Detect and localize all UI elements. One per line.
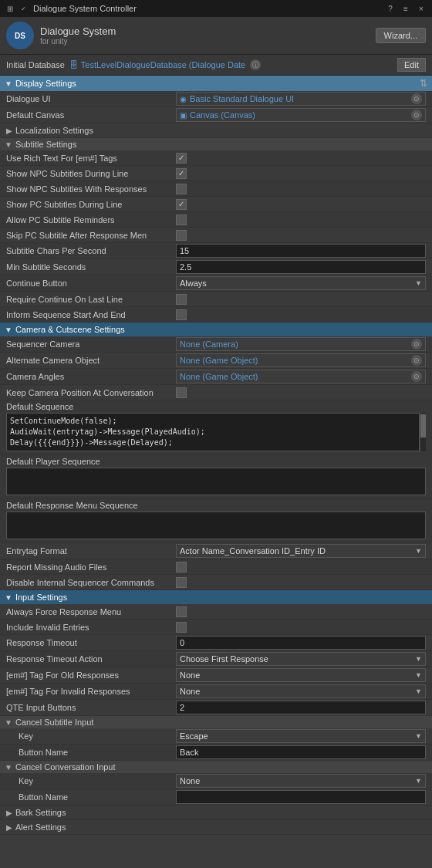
- bark-settings-arrow: ▶: [6, 809, 12, 817]
- input-settings-arrow: ▼: [5, 593, 12, 602]
- default-sequence-label: Default Sequence: [6, 402, 426, 411]
- default-player-sequence-textarea[interactable]: [6, 468, 426, 495]
- use-rich-text-label: Use Rich Text For [em#] Tags: [6, 154, 176, 163]
- camera-angles-field[interactable]: None (Game Object) ⊙: [176, 370, 426, 383]
- camera-angles-info[interactable]: ⊙: [411, 371, 422, 382]
- response-timeout-label: Response Timeout: [6, 638, 176, 647]
- cancel-subtitle-key-row: Key Escape ▼: [0, 728, 432, 745]
- default-response-menu-sequence-textarea[interactable]: [6, 512, 426, 539]
- response-timeout-row: Response Timeout: [0, 635, 432, 651]
- allow-pc-reminders-label: Allow PC Subtitle Reminders: [6, 215, 176, 225]
- wizard-button[interactable]: Wizard...: [376, 28, 426, 43]
- cancel-subtitle-key-dropdown[interactable]: Escape ▼: [176, 729, 426, 743]
- cancel-subtitle-input-header[interactable]: ▼ Cancel Subtitle Input: [0, 716, 432, 728]
- display-settings-header[interactable]: ▼ Display Settings ⇅: [0, 76, 432, 91]
- default-sequence-textarea[interactable]: SetContinueMode(false); AudioWait(entryt…: [6, 413, 420, 451]
- cancel-subtitle-key-label: Key: [6, 731, 176, 741]
- show-npc-responses-row: Show NPC Subtitles With Responses: [0, 181, 432, 197]
- dialogue-ui-value[interactable]: ◉ Basic Standard Dialogue UI ⊙: [176, 92, 426, 106]
- cancel-subtitle-button-label: Button Name: [6, 748, 176, 757]
- database-info-icon[interactable]: ⓘ: [250, 59, 261, 70]
- em-old-responses-dropdown[interactable]: None ▼: [176, 668, 426, 682]
- edit-button[interactable]: Edit: [397, 58, 426, 72]
- sequencer-camera-field[interactable]: None (Camera) ⊙: [176, 337, 426, 351]
- database-row: Initial Database 🗄 TestLevelDialogueData…: [0, 55, 432, 76]
- response-timeout-input[interactable]: [176, 636, 426, 650]
- title-bar: ⊞ ✓ Dialogue System Controller ? ≡ ×: [0, 0, 432, 17]
- entrytag-format-dropdown[interactable]: Actor Name_Conversation ID_Entry ID ▼: [176, 544, 426, 558]
- allow-pc-reminders-checkbox[interactable]: [176, 214, 187, 225]
- default-canvas-row: Default Canvas ▣ Canvas (Canvas) ⊙: [0, 107, 432, 123]
- subtitle-chars-input[interactable]: [176, 244, 426, 258]
- show-npc-during-checkbox[interactable]: [176, 168, 187, 179]
- title-bar-actions: ? ≡ ×: [384, 2, 427, 15]
- em-old-responses-label: [em#] Tag For Old Responses: [6, 670, 176, 680]
- scrollbar-thumb: [420, 414, 426, 437]
- close-icon[interactable]: ×: [415, 2, 427, 15]
- alert-settings-label: Alert Settings: [15, 822, 66, 832]
- skip-pc-subtitle-label: Skip PC Subtitle After Response Men: [6, 231, 176, 240]
- default-player-sequence-row: Default Player Sequence: [0, 455, 432, 499]
- help-icon[interactable]: ?: [384, 2, 397, 15]
- logo: DS: [6, 22, 34, 49]
- alternate-camera-field[interactable]: None (Game Object) ⊙: [176, 353, 426, 367]
- default-sequence-row: Default Sequence SetContinueMode(false);…: [0, 400, 432, 455]
- dialogue-ui-row: Dialogue UI ◉ Basic Standard Dialogue UI…: [0, 91, 432, 107]
- min-subtitle-seconds-row: Min Subtitle Seconds: [0, 259, 432, 275]
- alert-settings-header[interactable]: ▶ Alert Settings: [0, 820, 432, 835]
- em-invalid-responses-dropdown[interactable]: None ▼: [176, 684, 426, 698]
- sequencer-camera-info[interactable]: ⊙: [411, 339, 422, 350]
- always-force-checkbox[interactable]: [176, 606, 187, 617]
- show-npc-responses-checkbox[interactable]: [176, 184, 187, 194]
- header-title: Dialogue System for unity: [40, 25, 370, 46]
- report-missing-audio-checkbox[interactable]: [176, 562, 187, 572]
- inform-sequence-checkbox[interactable]: [176, 309, 187, 320]
- include-invalid-label: Include Invalid Entries: [6, 623, 176, 632]
- default-canvas-field[interactable]: ▣ Canvas (Canvas) ⊙: [176, 108, 426, 122]
- input-settings-header[interactable]: ▼ Input Settings: [0, 590, 432, 604]
- cancel-conversation-input-arrow: ▼: [5, 763, 12, 772]
- min-subtitle-seconds-label: Min Subtitle Seconds: [6, 262, 176, 272]
- localization-settings-header[interactable]: ▶ Localization Settings: [0, 123, 432, 138]
- cancel-conversation-button-input[interactable]: [176, 790, 426, 804]
- cancel-conversation-key-dropdown[interactable]: None ▼: [176, 774, 426, 788]
- show-npc-during-label: Show NPC Subtitles During Line: [6, 169, 176, 178]
- skip-pc-subtitle-checkbox[interactable]: [176, 230, 187, 241]
- default-canvas-info[interactable]: ⊙: [411, 110, 422, 120]
- default-canvas-label: Default Canvas: [6, 110, 176, 120]
- qte-input-buttons-row: QTE Input Buttons: [0, 700, 432, 716]
- default-sequence-container: SetContinueMode(false); AudioWait(entryt…: [6, 413, 426, 451]
- default-canvas-text: Canvas (Canvas): [190, 110, 410, 120]
- alternate-camera-info[interactable]: ⊙: [411, 355, 422, 366]
- response-timeout-action-dropdown[interactable]: Choose First Response ▼: [176, 652, 426, 666]
- cancel-subtitle-button-input[interactable]: [176, 745, 426, 759]
- header-title-main: Dialogue System: [40, 25, 370, 37]
- continue-button-dropdown[interactable]: Always ▼: [176, 276, 426, 290]
- disable-internal-sequencer-checkbox[interactable]: [176, 577, 187, 588]
- default-sequence-scrollbar[interactable]: [420, 413, 426, 451]
- show-pc-during-checkbox[interactable]: [176, 199, 187, 210]
- cancel-conversation-input-header[interactable]: ▼ Cancel Conversation Input: [0, 761, 432, 773]
- alternate-camera-text: None (Game Object): [180, 356, 410, 365]
- include-invalid-checkbox[interactable]: [176, 622, 187, 633]
- dialogue-ui-label: Dialogue UI: [6, 94, 176, 103]
- min-subtitle-seconds-input[interactable]: [176, 260, 426, 274]
- input-settings-label: Input Settings: [15, 593, 67, 602]
- dialogue-ui-info[interactable]: ⊙: [411, 93, 422, 104]
- dialogue-ui-field[interactable]: ◉ Basic Standard Dialogue UI ⊙: [176, 92, 426, 106]
- bark-settings-header[interactable]: ▶ Bark Settings: [0, 806, 432, 820]
- alternate-camera-label: Alternate Camera Object: [6, 356, 176, 365]
- sequencer-camera-label: Sequencer Camera: [6, 339, 176, 349]
- use-rich-text-checkbox[interactable]: [176, 153, 187, 164]
- default-canvas-value[interactable]: ▣ Canvas (Canvas) ⊙: [176, 108, 426, 122]
- subtitle-settings-header[interactable]: ▼ Subtitle Settings: [0, 138, 432, 150]
- keep-camera-checkbox[interactable]: [176, 387, 187, 398]
- subtitle-settings-label: Subtitle Settings: [15, 140, 77, 149]
- inform-sequence-label: Inform Sequence Start And End: [6, 310, 176, 319]
- camera-settings-header[interactable]: ▼ Camera & Cutscene Settings: [0, 323, 432, 336]
- include-invalid-row: Include Invalid Entries: [0, 620, 432, 635]
- unity-icon: ⊞: [5, 3, 15, 14]
- require-continue-checkbox[interactable]: [176, 294, 187, 305]
- menu-icon[interactable]: ≡: [400, 2, 412, 15]
- qte-input-buttons-input[interactable]: [176, 701, 426, 714]
